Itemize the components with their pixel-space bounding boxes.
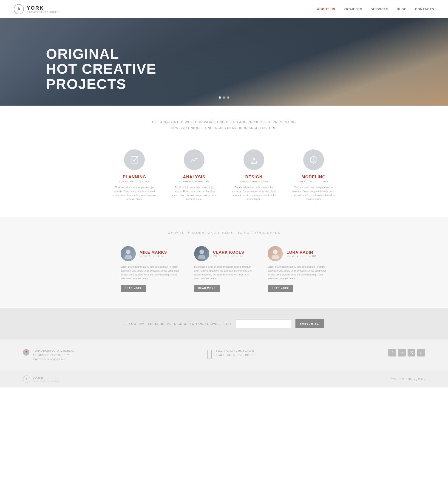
nav-services[interactable]: SERVICES (371, 7, 389, 11)
footer-bottom: A YORK ARCHITECTURE BUREAU YORK © 2013 |… (0, 371, 448, 387)
linkedin-icon[interactable]: in (398, 349, 406, 357)
svg-point-5 (125, 255, 132, 259)
clark-read-more[interactable]: READ MORE (194, 285, 220, 292)
nav-about[interactable]: ABOUT US (317, 7, 335, 11)
mike-avatar (121, 246, 136, 261)
modeling-subtitle: LOREM IPSUM DOLORE (291, 180, 337, 183)
svg-point-6 (199, 249, 204, 254)
mike-role: CHIEF ARCHITECT (139, 255, 167, 257)
team-member-lora: LORA RADIN CREATIVE DIRECTOR Lorem ipsum… (268, 246, 327, 292)
planning-icon-circle (124, 150, 145, 170)
logo-name: YORK (27, 5, 61, 11)
analysis-icon-circle (184, 150, 205, 170)
newsletter-text: IF YOU HAVE FRESH IDEAS, SIGN UP FOR OUR… (124, 322, 231, 325)
footer-main: 📍 YORK ARCHITECTURE BUREAU 28 JACKSON BL… (0, 340, 448, 371)
clark-photo (194, 246, 209, 261)
service-design: DESIGN LOREM IPSUM DOLORE Tincidunt dolo… (231, 150, 277, 201)
nav-blog[interactable]: BLOG (397, 7, 407, 11)
hero-dots (219, 96, 229, 99)
lora-avatar (268, 246, 283, 261)
svg-rect-10 (208, 350, 211, 359)
lora-name: LORA RADIN (286, 250, 316, 255)
planning-desc: Tincidunt dolor nunc vule putate ur ips … (111, 186, 157, 201)
twitter-icon[interactable]: 𝕏 (408, 349, 415, 357)
hero-title: ORIGINAL HOT CREATIVE PROJECTS (46, 46, 156, 91)
privacy-policy-link[interactable]: Privacy Policy (409, 378, 425, 381)
facebook-icon[interactable]: f (388, 349, 396, 357)
hero-dot-3[interactable] (227, 96, 229, 99)
design-subtitle: LOREM IPSUM DOLORE (231, 180, 277, 183)
team-title: WE WILL PERSONALIZE A PROJECT TO SUIT YO… (23, 231, 425, 235)
svg-point-8 (273, 249, 278, 254)
footer-phone-text: TELEPHONE: +1 800 603 6035 E-MAIL: MAIL@… (216, 349, 257, 357)
svg-point-2 (197, 158, 198, 159)
hero-content: ORIGINAL HOT CREATIVE PROJECTS (0, 33, 156, 91)
hero-dot-2[interactable] (223, 96, 225, 99)
service-planning: PLANNING LOREM IPSUM DOLORE Tincidunt do… (111, 150, 157, 201)
svg-point-9 (272, 255, 279, 259)
clark-bio: Lorem ipsum dolor sit amet, consectet ad… (194, 265, 254, 281)
logo-circle: A (14, 4, 24, 14)
services-section: PLANNING LOREM IPSUM DOLORE Tincidunt do… (0, 140, 448, 217)
mike-info: MIKE MARKS CHIEF ARCHITECT (139, 250, 167, 257)
lora-header: LORA RADIN CREATIVE DIRECTOR (268, 246, 327, 261)
design-title: DESIGN (231, 175, 277, 179)
analysis-subtitle: LOREM IPSUM DOLORE (171, 180, 217, 183)
planning-title: PLANNING (111, 175, 157, 179)
modeling-title: MODELING (291, 175, 337, 179)
newsletter-input[interactable] (236, 319, 291, 328)
team-section: WE WILL PERSONALIZE A PROJECT TO SUIT YO… (0, 217, 448, 308)
newsletter-subscribe-button[interactable]: SUBSCRIBE (295, 319, 324, 328)
clark-role: INTERIOR DESIGNER (213, 255, 244, 257)
modeling-icon (309, 155, 318, 164)
lora-info: LORA RADIN CREATIVE DIRECTOR (286, 250, 316, 257)
logo-subtitle: ARCHITECTURE BUREAU (27, 11, 61, 13)
svg-point-7 (198, 255, 205, 259)
googleplus-icon[interactable]: g+ (417, 349, 425, 357)
team-member-mike: MIKE MARKS CHIEF ARCHITECT Lorem ipsum d… (121, 246, 180, 292)
intro-section: GET ACQUAINTED WITH OUR WORK, ENGINEERS … (0, 106, 448, 140)
hero-section: ORIGINAL HOT CREATIVE PROJECTS (0, 18, 448, 106)
clark-info: CLARK KOOLS INTERIOR DESIGNER (213, 250, 244, 257)
mike-header: MIKE MARKS CHIEF ARCHITECT (121, 246, 180, 261)
team-grid: MIKE MARKS CHIEF ARCHITECT Lorem ipsum d… (23, 246, 425, 292)
clark-name: CLARK KOOLS (213, 250, 244, 255)
clark-avatar (194, 246, 209, 261)
footer-address-block: 📍 YORK ARCHITECTURE BUREAU 28 JACKSON BL… (23, 349, 75, 361)
header: A YORK ARCHITECTURE BUREAU ABOUT US PROJ… (0, 0, 448, 18)
footer-logo-name: YORK ARCHITECTURE BUREAU (33, 377, 59, 382)
location-icon: 📍 (23, 349, 29, 356)
intro-text: GET ACQUAINTED WITH OUR WORK, ENGINEERS … (46, 119, 402, 131)
mike-bio: Lorem ipsum dolor sit amet, consectet ad… (121, 265, 180, 281)
lora-read-more[interactable]: READ MORE (268, 285, 293, 292)
mike-name: MIKE MARKS (139, 250, 167, 255)
lora-role: CREATIVE DIRECTOR (286, 255, 316, 257)
design-desc: Tincidunt dolor nunc vule putate ur ips … (231, 186, 277, 201)
social-icons-group: f in 𝕏 g+ (388, 349, 425, 357)
analysis-icon (190, 155, 199, 164)
design-icon-circle (243, 150, 264, 170)
modeling-desc: Tincidunt dolor nunc vule putate ur ips … (291, 186, 337, 201)
hero-dot-1[interactable] (219, 96, 221, 99)
footer-address-text: YORK ARCHITECTURE BUREAU 28 JACKSON BLVD… (33, 349, 75, 361)
mike-read-more[interactable]: READ MORE (121, 285, 146, 292)
lora-bio: Lorem ipsum dolor sit amet, consectet ad… (268, 265, 327, 281)
planning-icon (130, 155, 139, 164)
main-nav: ABOUT US PROJECTS SERVICES BLOG CONTACTS (317, 7, 434, 11)
service-analysis: ANALYSIS LOREM IPSUM DOLORE Tincidunt do… (171, 150, 217, 201)
nav-contacts[interactable]: CONTACTS (415, 7, 434, 11)
clark-header: CLARK KOOLS INTERIOR DESIGNER (194, 246, 254, 261)
analysis-title: ANALYSIS (171, 175, 217, 179)
phone-icon (206, 349, 213, 360)
design-icon (249, 155, 258, 164)
footer-logo-circle: A (23, 376, 30, 383)
planning-subtitle: LOREM IPSUM DOLORE (111, 180, 157, 183)
nav-projects[interactable]: PROJECTS (344, 7, 362, 11)
footer-logo[interactable]: A YORK ARCHITECTURE BUREAU (23, 376, 59, 383)
modeling-icon-circle (303, 150, 324, 170)
logo-area[interactable]: A YORK ARCHITECTURE BUREAU (14, 4, 61, 14)
svg-point-4 (126, 249, 130, 254)
footer-copyright: YORK © 2013 | Privacy Policy (391, 378, 425, 381)
analysis-desc: Tincidunt dolor nunc vule putate ur ips … (171, 186, 217, 201)
footer-phone-block: TELEPHONE: +1 800 603 6035 E-MAIL: MAIL@… (206, 349, 257, 360)
